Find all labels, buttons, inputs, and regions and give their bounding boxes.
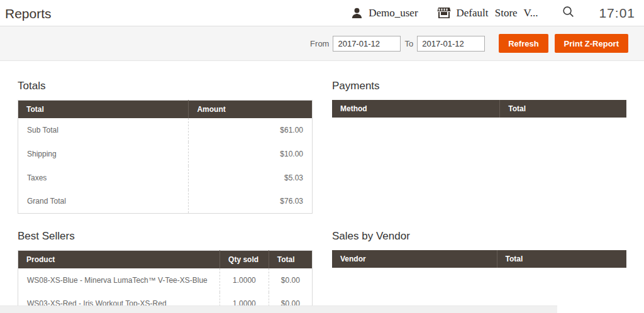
payments-title: Payments — [332, 80, 626, 92]
total-label: Grand Total — [18, 190, 189, 214]
from-label: From — [310, 39, 329, 48]
store-switcher[interactable]: Default Store V... — [437, 7, 538, 19]
user-icon — [351, 7, 363, 19]
reports-page: Reports Demo_user — [0, 0, 644, 313]
totals-col-amount: Amount — [189, 101, 313, 118]
table-row: Sub Total $61.00 — [18, 118, 313, 142]
sales-by-vendor-title: Sales by Vendor — [332, 230, 626, 243]
clock: 17:01 — [599, 6, 638, 21]
refresh-button[interactable]: Refresh — [499, 34, 548, 53]
user-name: Demo_user — [369, 7, 418, 19]
payments-section: Payments Method Total — [332, 80, 626, 214]
totals-section: Totals Total Amount Sub Total $61.00 Shi… — [18, 80, 313, 214]
total-amount: $5.03 — [189, 166, 313, 190]
payments-col-total: Total — [500, 100, 626, 118]
bs-qty: 1.0000 — [220, 268, 269, 292]
search-button[interactable] — [562, 5, 575, 21]
print-z-report-button[interactable]: Print Z-Report — [555, 34, 628, 53]
footer-strip — [0, 305, 557, 313]
vendor-col-vendor: Vendor — [332, 250, 497, 268]
bs-col-product: Product — [18, 251, 220, 268]
table-row: Taxes $5.03 — [18, 166, 313, 190]
store-label: Default Store V... — [457, 7, 538, 19]
table-row: Shipping $10.00 — [18, 142, 313, 166]
report-toolbar: From To Refresh Print Z-Report — [0, 26, 644, 61]
bs-total: $0.00 — [269, 268, 312, 292]
top-header: Reports Demo_user — [0, 0, 644, 26]
total-amount: $76.03 — [189, 190, 313, 214]
totals-title: Totals — [18, 80, 313, 92]
vendor-col-total: Total — [497, 250, 626, 268]
bs-col-total: Total — [269, 251, 312, 268]
total-label: Shipping — [18, 142, 189, 166]
sales-by-vendor-table: Vendor Total — [332, 250, 626, 268]
header-actions: Demo_user Default Store V... — [351, 5, 638, 21]
best-sellers-table: Product Qty sold Total WS08-XS-Blue - Mi… — [18, 250, 313, 313]
total-amount: $61.00 — [189, 118, 313, 142]
totals-col-total: Total — [18, 101, 189, 118]
total-label: Sub Total — [18, 118, 189, 142]
report-content: Totals Total Amount Sub Total $61.00 Shi… — [0, 61, 644, 313]
to-label: To — [404, 39, 413, 48]
totals-table: Total Amount Sub Total $61.00 Shipping $… — [18, 100, 313, 214]
table-row: Grand Total $76.03 — [18, 190, 313, 214]
sales-by-vendor-section: Sales by Vendor Vendor Total — [332, 230, 626, 313]
page-title: Reports — [5, 5, 52, 21]
to-date-input[interactable] — [417, 36, 485, 52]
store-icon — [437, 7, 451, 19]
search-icon — [562, 5, 575, 21]
payments-table: Method Total — [332, 100, 626, 118]
user-menu[interactable]: Demo_user — [351, 7, 418, 19]
table-row: WS08-XS-Blue - Minerva LumaTech™ V-Tee-X… — [18, 268, 313, 292]
bs-product: WS08-XS-Blue - Minerva LumaTech™ V-Tee-X… — [18, 268, 220, 292]
best-sellers-section: Best Sellers Product Qty sold Total WS08… — [18, 230, 313, 313]
best-sellers-title: Best Sellers — [18, 230, 313, 243]
total-label: Taxes — [18, 166, 189, 190]
from-date-input[interactable] — [333, 36, 401, 52]
total-amount: $10.00 — [189, 142, 313, 166]
bs-col-qty: Qty sold — [220, 251, 269, 268]
payments-col-method: Method — [332, 100, 500, 118]
